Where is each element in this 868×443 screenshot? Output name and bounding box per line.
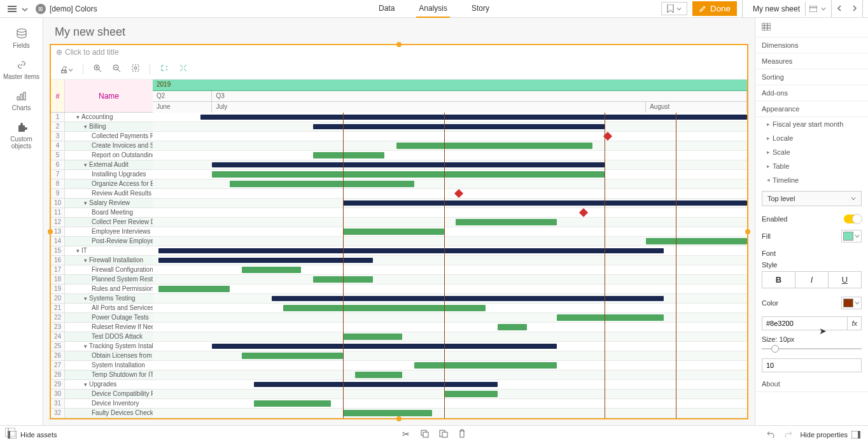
gantt-bar[interactable] [396, 143, 592, 149]
table-row[interactable]: 31Device Inventory [51, 399, 153, 409]
milestone-diamond[interactable] [454, 189, 463, 198]
master-items-tool[interactable]: Master items [0, 54, 43, 85]
enabled-toggle[interactable] [844, 214, 862, 223]
panel-dimensions[interactable]: Dimensions [755, 38, 868, 53]
table-row[interactable]: 27System Installation [51, 361, 153, 370]
bookmark-button[interactable] [661, 2, 687, 15]
table-row[interactable]: 22Power Outage Tests [51, 313, 153, 323]
table-row[interactable]: 26Obtain Licenses from the V [51, 351, 153, 361]
color-hex-input[interactable] [762, 316, 848, 330]
table-row[interactable]: 17Firewall Configuration [51, 265, 153, 275]
prev-sheet-button[interactable] [832, 2, 847, 16]
table-row[interactable]: 14Post-Review Employee Int [51, 237, 153, 246]
expand-button[interactable] [157, 62, 172, 76]
sheet-name-selector[interactable]: My new sheet [743, 0, 832, 18]
zoom-in-button[interactable] [90, 62, 105, 76]
menu-button[interactable] [5, 3, 19, 15]
gantt-bar[interactable] [158, 248, 664, 253]
sub-scale[interactable]: ▸Scale [755, 145, 868, 159]
column-header-number[interactable]: # [51, 80, 65, 112]
gantt-bar[interactable] [212, 344, 557, 349]
table-row[interactable]: 19Rules and Permissions Aud [51, 285, 153, 294]
table-row[interactable]: 16▾Firewall Installation [51, 256, 153, 265]
gantt-bar[interactable] [343, 410, 432, 416]
gantt-bar[interactable] [254, 400, 331, 407]
table-row[interactable]: 21All Ports and Services Test [51, 304, 153, 313]
charts-tool[interactable]: Charts [0, 85, 43, 116]
zoom-out-button[interactable] [109, 62, 124, 76]
grid-icon[interactable] [762, 23, 771, 31]
panel-measures[interactable]: Measures [755, 53, 868, 69]
done-button[interactable]: Done [692, 1, 737, 16]
gantt-bar[interactable] [646, 238, 747, 244]
fx-button[interactable]: fx [848, 316, 862, 330]
gantt-bar[interactable] [414, 362, 557, 369]
gantt-bar[interactable] [355, 372, 403, 378]
table-row[interactable]: 20▾Systems Testing [51, 294, 153, 304]
gantt-bar[interactable] [158, 258, 372, 263]
gantt-bar[interactable] [212, 171, 604, 178]
collapse-button[interactable] [176, 62, 191, 76]
hide-properties-button[interactable]: Hide properties [800, 431, 860, 439]
table-row[interactable]: 11Board Meeting [51, 208, 153, 218]
resize-handle-left[interactable] [48, 229, 53, 234]
table-row[interactable]: 23Ruleset Review If Needed [51, 323, 153, 332]
gantt-bar[interactable] [212, 162, 604, 167]
bold-button[interactable]: B [762, 272, 795, 288]
underline-button[interactable]: U [829, 272, 861, 288]
gantt-bar[interactable] [254, 382, 498, 387]
table-row[interactable]: 4Create Invoices and Send t [51, 141, 153, 151]
gantt-bar[interactable] [444, 391, 498, 397]
table-row[interactable]: 2▾Billing [51, 122, 153, 132]
table-row[interactable]: 8Organize Access for Extern [51, 179, 153, 189]
gantt-bar[interactable] [283, 305, 486, 311]
table-row[interactable]: 9Review Audit Results [51, 189, 153, 199]
gantt-bar[interactable] [242, 353, 343, 359]
fill-color-picker[interactable] [841, 230, 862, 243]
table-row[interactable]: 32Faulty Devices Check [51, 409, 153, 418]
italic-button[interactable]: I [795, 272, 829, 288]
gantt-bar[interactable] [557, 314, 664, 321]
table-row[interactable]: 30Device Compatibility Revie [51, 390, 153, 399]
paste-button[interactable] [439, 429, 448, 440]
panel-addons[interactable]: Add-ons [755, 85, 868, 101]
gantt-bar[interactable] [230, 181, 414, 187]
gantt-bar[interactable] [456, 219, 557, 225]
milestone-diamond[interactable] [579, 208, 588, 217]
sub-timeline[interactable]: ▾Timeline [755, 173, 868, 187]
size-input[interactable] [762, 358, 862, 372]
table-row[interactable]: 3Collected Payments Revie [51, 132, 153, 141]
undo-button[interactable] [767, 430, 776, 439]
table-row[interactable]: 25▾Tracking System Installation [51, 342, 153, 351]
gantt-bar[interactable] [313, 152, 384, 158]
timeline-level-dropdown[interactable]: Top level [762, 191, 862, 206]
table-row[interactable]: 5Report on Outstanding Col [51, 151, 153, 160]
print-button[interactable]: 🖨 [56, 62, 76, 76]
gantt-bar[interactable] [200, 115, 747, 120]
font-color-picker[interactable] [841, 297, 862, 309]
sub-table[interactable]: ▸Table [755, 159, 868, 173]
table-row[interactable]: 1▾Accounting [51, 113, 153, 122]
gantt-bar[interactable] [242, 267, 301, 273]
panel-sorting[interactable]: Sorting [755, 69, 868, 85]
fit-button[interactable] [128, 62, 143, 76]
gantt-bar[interactable] [498, 324, 528, 330]
sub-fiscal-year[interactable]: ▸Fiscal year start month [755, 117, 868, 131]
table-row[interactable]: 7Installing Upgrades [51, 170, 153, 179]
table-row[interactable]: 12Collect Peer Review Data [51, 218, 153, 227]
sheet-title[interactable]: My new sheet [50, 18, 748, 44]
table-row[interactable]: 28Temp Shutdown for IT Aud [51, 370, 153, 380]
fields-tool[interactable]: Fields [0, 23, 43, 54]
table-row[interactable]: 10▾Salary Review [51, 199, 153, 208]
gantt-bar[interactable] [343, 200, 747, 206]
gantt-chart-object[interactable]: ⊕ Click to add title 🖨 # Name [50, 44, 748, 419]
cut-button[interactable]: ✂ [402, 429, 410, 440]
redo-button[interactable] [783, 430, 792, 439]
chart-title-input[interactable]: ⊕ Click to add title [51, 45, 747, 59]
next-sheet-button[interactable] [847, 2, 862, 16]
table-row[interactable]: 6▾External Audit [51, 160, 153, 170]
table-row[interactable]: 24Test DDOS Attack [51, 332, 153, 342]
collapse-assets-icon[interactable] [5, 428, 15, 438]
tab-story[interactable]: Story [469, 0, 492, 18]
gantt-bar[interactable] [343, 229, 444, 235]
